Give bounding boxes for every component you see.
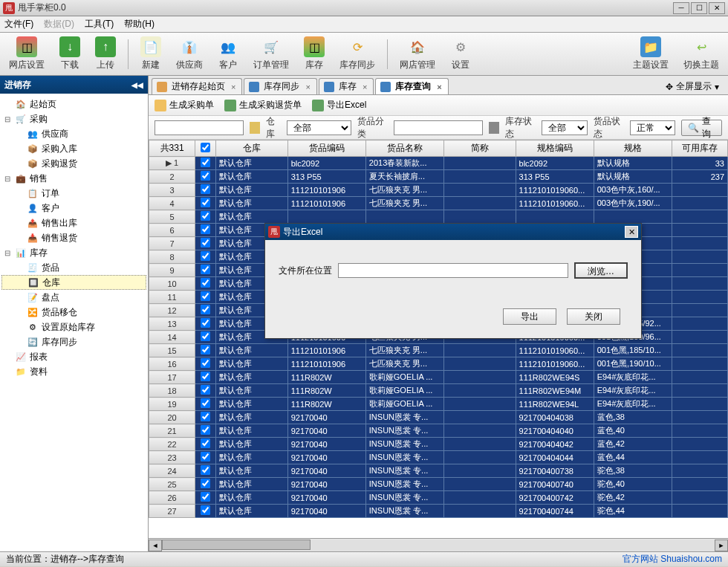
table-row[interactable]: 15默认仓库111210101906七匹狼夹克 男...11121010190​…: [149, 344, 728, 357]
table-row[interactable]: 18默认仓库111R802W歌莉娅GOELIA ...111R802WE94ME…: [149, 384, 728, 398]
table-row[interactable]: ▶ 1默认仓库blc20922013春装新款...blc2092默认规格33: [149, 157, 728, 170]
menu-tools[interactable]: 工具(T): [85, 18, 114, 30]
table-row[interactable]: 3默认仓库111210101906七匹狼夹克 男...11121010190​6…: [149, 184, 728, 197]
row-checkbox[interactable]: [201, 305, 210, 314]
table-row[interactable]: 22默认仓库92170040INSUN恩裳 专...92170040​4042蓝…: [149, 438, 728, 451]
upload-button[interactable]: ↑上传: [92, 35, 119, 73]
table-row[interactable]: 27默认仓库92170040INSUN恩裳 专...921700400744驼色…: [149, 505, 728, 518]
col-header[interactable]: 货品编码: [287, 140, 365, 157]
shop-mgr-button[interactable]: 🏠网店管理: [397, 35, 438, 73]
row-checkbox[interactable]: [201, 505, 210, 515]
supplier-button[interactable]: 👔供应商: [173, 35, 206, 73]
tree-node-客户[interactable]: 👤客户: [1, 201, 146, 216]
menu-help[interactable]: 帮助(H): [124, 18, 155, 30]
stock-button[interactable]: ◫库存: [301, 35, 328, 73]
table-row[interactable]: 24默认仓库92170040INSUN恩裳 专...921700400738驼色…: [149, 464, 728, 478]
query-button[interactable]: 🔍查询: [681, 120, 722, 136]
tree-node-采购[interactable]: ⊟🛒采购: [1, 111, 146, 126]
row-checkbox[interactable]: [201, 479, 210, 488]
row-checkbox[interactable]: [201, 318, 210, 328]
horizontal-scrollbar[interactable]: ◄►: [149, 538, 728, 551]
browse-button[interactable]: 浏览…: [574, 262, 628, 279]
tree-node-资料[interactable]: 📁资料: [1, 364, 146, 379]
export-button[interactable]: 导出: [503, 308, 556, 325]
official-site-link[interactable]: 官方网站 Shuaishou.com: [623, 553, 722, 566]
tree-node-采购入库[interactable]: 📦采购入库: [1, 141, 146, 156]
row-checkbox[interactable]: [201, 224, 210, 234]
maximize-button[interactable]: ☐: [691, 2, 707, 14]
settings-button[interactable]: ⚙设置: [447, 35, 474, 73]
table-row[interactable]: 25默认仓库92170040INSUN恩裳 专...921700400740驼色…: [149, 478, 728, 491]
tab-close-icon[interactable]: ×: [435, 82, 443, 91]
tab-库存同步[interactable]: 库存同步×: [244, 78, 316, 94]
search-input[interactable]: [155, 120, 244, 135]
row-checkbox[interactable]: [201, 198, 210, 207]
item-status-select[interactable]: 正常: [630, 120, 675, 135]
table-row[interactable]: 20默认仓库92170040INSUN恩裳 专...92170040​4038蓝…: [149, 411, 728, 424]
col-header[interactable]: 共331: [149, 140, 195, 157]
tree-node-销售出库[interactable]: 📤销售出库: [1, 216, 146, 230]
tree-node-起始页[interactable]: 🏠起始页: [1, 97, 146, 111]
table-row[interactable]: 4默认仓库111210101906七匹狼夹克 男...11121010190​6…: [149, 197, 728, 210]
tree-node-盘点[interactable]: 📝盘点: [1, 290, 146, 305]
table-row[interactable]: 26默认仓库92170040INSUN恩裳 专...921700400742驼色…: [149, 491, 728, 505]
collapse-sidebar-button[interactable]: ◀◀: [131, 81, 143, 89]
table-row[interactable]: 17默认仓库111R802W歌莉娅GOELIA ...111R802WE94SE…: [149, 371, 728, 384]
tree-node-设置原始库存[interactable]: ⚙设置原始库存: [1, 320, 146, 334]
theme-settings-button[interactable]: 📁主题设置: [630, 35, 672, 73]
row-checkbox[interactable]: [201, 385, 210, 395]
tree-node-销售退货[interactable]: 📥销售退货: [1, 230, 146, 245]
row-checkbox[interactable]: [201, 412, 210, 421]
row-checkbox[interactable]: [201, 438, 210, 448]
row-checkbox[interactable]: [201, 465, 210, 475]
tab-库存[interactable]: 库存×: [319, 78, 374, 94]
category-input[interactable]: [394, 120, 483, 135]
tab-close-icon[interactable]: ×: [230, 82, 237, 91]
tree-node-订单[interactable]: 📋订单: [1, 186, 146, 201]
tab-库存查询[interactable]: 库存查询×: [375, 78, 448, 94]
col-header[interactable]: [195, 140, 216, 157]
menu-file[interactable]: 文件(F): [4, 18, 33, 30]
shop-settings-button[interactable]: ◫网店设置: [6, 35, 48, 73]
table-row[interactable]: 21默认仓库92170040INSUN恩裳 专...92170040​4040蓝…: [149, 424, 728, 438]
row-checkbox[interactable]: [201, 398, 210, 408]
table-row[interactable]: 5默认仓库: [149, 210, 728, 224]
tree-node-货品[interactable]: 🧾货品: [1, 260, 146, 275]
col-header[interactable]: 可用库存: [672, 140, 727, 157]
stock-status-select[interactable]: 全部: [542, 120, 587, 135]
table-row[interactable]: 16默认仓库111210101906七匹狼夹克 男...11121010190​…: [149, 357, 728, 371]
tree-node-仓库[interactable]: 🔲仓库: [1, 275, 146, 290]
row-checkbox[interactable]: [201, 171, 210, 181]
tree-node-销售[interactable]: ⊟💼销售: [1, 171, 146, 186]
row-checkbox[interactable]: [201, 345, 210, 354]
tab-close-icon[interactable]: ×: [304, 82, 311, 91]
tree-node-供应商[interactable]: 👥供应商: [1, 126, 146, 141]
switch-theme-button[interactable]: ↩切换主题: [680, 35, 722, 73]
export-excel-button[interactable]: 导出Excel: [312, 99, 366, 111]
file-location-input[interactable]: [338, 263, 568, 278]
new-button[interactable]: 📄新建: [137, 35, 164, 73]
row-checkbox[interactable]: [201, 211, 210, 221]
minimize-button[interactable]: ─: [673, 2, 689, 14]
download-button[interactable]: ↓下载: [56, 35, 83, 73]
tab-close-icon[interactable]: ×: [361, 82, 368, 91]
customer-button[interactable]: 👥客户: [215, 35, 241, 73]
gen-po-button[interactable]: 生成采购单: [155, 99, 214, 111]
row-checkbox[interactable]: [201, 278, 210, 288]
tab-进销存起始页[interactable]: 进销存起始页×: [152, 78, 242, 94]
tree-node-报表[interactable]: 📈报表: [1, 349, 146, 364]
tree-node-库存[interactable]: ⊟📊库存: [1, 245, 146, 260]
table-row[interactable]: 23默认仓库92170040INSUN恩裳 专...92170040​4044蓝…: [149, 451, 728, 464]
dialog-close-button[interactable]: ✕: [625, 226, 638, 238]
close-button[interactable]: 关闭: [567, 308, 620, 325]
dialog-titlebar[interactable]: 甩 导出Excel ✕: [265, 224, 641, 240]
col-header[interactable]: 仓库: [216, 140, 288, 157]
col-header[interactable]: 规格: [594, 140, 672, 157]
row-checkbox[interactable]: [201, 372, 210, 381]
tree-node-采购退货[interactable]: 📦采购退货: [1, 156, 146, 171]
col-header[interactable]: 规格编码: [516, 140, 594, 157]
row-checkbox[interactable]: [201, 184, 210, 194]
table-row[interactable]: 19默认仓库111R802W歌莉娅GOELIA ...111R802WE94LE…: [149, 398, 728, 411]
close-button[interactable]: ✕: [709, 2, 725, 14]
row-checkbox[interactable]: [201, 251, 210, 261]
